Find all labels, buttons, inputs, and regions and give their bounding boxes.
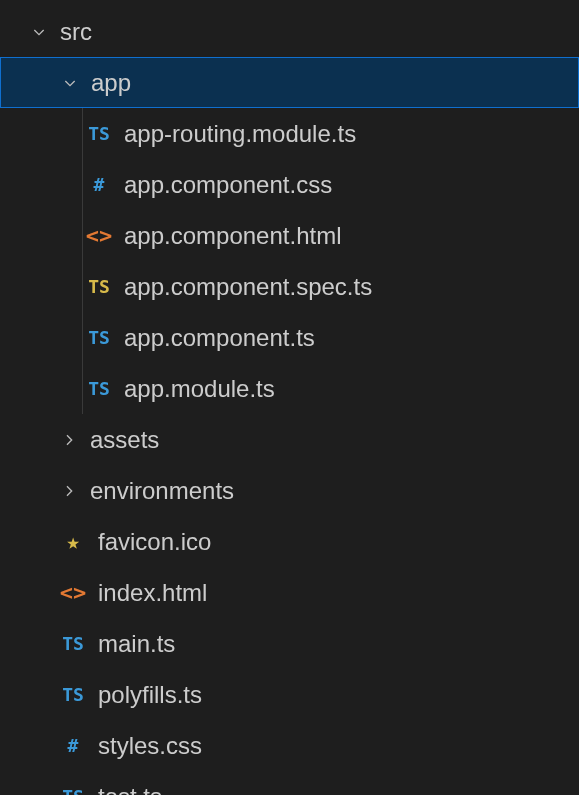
css-icon: #: [58, 735, 88, 756]
file-app-routing-module-ts[interactable]: TS app-routing.module.ts: [0, 108, 579, 159]
chevron-right-icon: [58, 429, 80, 451]
file-label: app.module.ts: [124, 375, 275, 403]
folder-label: assets: [90, 426, 159, 454]
file-label: app.component.spec.ts: [124, 273, 372, 301]
folder-src[interactable]: src: [0, 6, 579, 57]
file-label: app.component.css: [124, 171, 332, 199]
file-label: app-routing.module.ts: [124, 120, 356, 148]
file-polyfills-ts[interactable]: TS polyfills.ts: [0, 669, 579, 720]
typescript-test-icon: TS: [84, 276, 114, 297]
folder-environments[interactable]: environments: [0, 465, 579, 516]
file-main-ts[interactable]: TS main.ts: [0, 618, 579, 669]
chevron-down-icon: [28, 21, 50, 43]
html-icon: <>: [58, 580, 88, 605]
file-app-component-css[interactable]: # app.component.css: [0, 159, 579, 210]
file-label: test.ts: [98, 783, 162, 796]
typescript-icon: TS: [58, 786, 88, 795]
chevron-right-icon: [58, 480, 80, 502]
folder-app[interactable]: app: [0, 57, 579, 108]
file-label: main.ts: [98, 630, 175, 658]
file-favicon-ico[interactable]: ★ favicon.ico: [0, 516, 579, 567]
typescript-icon: TS: [58, 684, 88, 705]
file-label: app.component.ts: [124, 324, 315, 352]
file-label: app.component.html: [124, 222, 341, 250]
css-icon: #: [84, 174, 114, 195]
file-label: polyfills.ts: [98, 681, 202, 709]
file-app-component-ts[interactable]: TS app.component.ts: [0, 312, 579, 363]
favicon-icon: ★: [58, 529, 88, 554]
file-test-ts[interactable]: TS test.ts: [0, 771, 579, 795]
folder-label: src: [60, 18, 92, 46]
file-label: favicon.ico: [98, 528, 211, 556]
folder-assets[interactable]: assets: [0, 414, 579, 465]
folder-label: environments: [90, 477, 234, 505]
file-index-html[interactable]: <> index.html: [0, 567, 579, 618]
typescript-icon: TS: [58, 633, 88, 654]
folder-label: app: [91, 69, 131, 97]
typescript-icon: TS: [84, 327, 114, 348]
typescript-icon: TS: [84, 123, 114, 144]
file-label: styles.css: [98, 732, 202, 760]
file-app-component-spec-ts[interactable]: TS app.component.spec.ts: [0, 261, 579, 312]
file-explorer: src app TS app-routing.module.ts # app.c…: [0, 0, 579, 795]
file-app-component-html[interactable]: <> app.component.html: [0, 210, 579, 261]
file-styles-css[interactable]: # styles.css: [0, 720, 579, 771]
file-label: index.html: [98, 579, 207, 607]
chevron-down-icon: [59, 72, 81, 94]
typescript-icon: TS: [84, 378, 114, 399]
file-app-module-ts[interactable]: TS app.module.ts: [0, 363, 579, 414]
html-icon: <>: [84, 223, 114, 248]
